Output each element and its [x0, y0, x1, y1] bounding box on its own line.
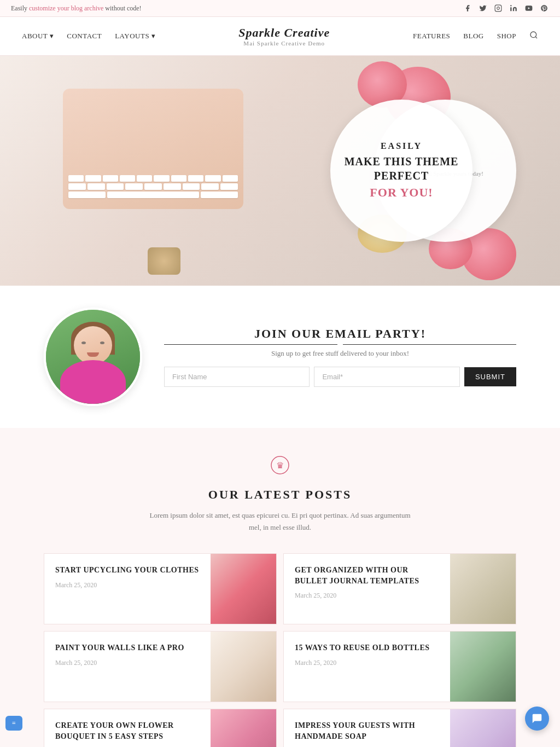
facebook-icon[interactable]	[463, 3, 472, 13]
hero-coffee-cup	[148, 247, 180, 275]
post-title: CREATE YOUR OWN FLOWER BOUQUET IN 5 EASY…	[55, 720, 200, 742]
svg-text:♛: ♛	[276, 461, 284, 470]
post-image	[450, 554, 516, 624]
bottom-pill-icon: ≡	[12, 719, 16, 727]
post-text: START UPCYCLING YOUR CLOTHES March 25, 2…	[44, 554, 211, 624]
nav-features[interactable]: FEATURES	[413, 32, 450, 40]
post-image	[450, 709, 516, 747]
post-text: IMPRESS YOUR GUESTS WITH HANDMADE SOAP M…	[284, 709, 450, 747]
submit-button[interactable]: Submit	[464, 367, 516, 386]
post-date: March 25, 2020	[295, 592, 439, 600]
section-icon: ♛	[44, 455, 516, 479]
hero-keyboard-area	[63, 89, 243, 209]
avatar	[44, 308, 142, 406]
nav-blog[interactable]: BLOG	[463, 32, 483, 40]
hero-line2: MAKE THIS THEME	[345, 154, 459, 169]
post-title: 15 WAYS TO REUSE OLD BOTTLES	[295, 642, 439, 653]
post-text: PAINT YOUR WALLS LIKE A PRO March 25, 20…	[44, 632, 211, 702]
email-heading: JOIN OUR EMAIL PARTY!	[164, 327, 516, 341]
latest-posts-section: ♛ OUR LATEST POSTS Lorem ipsum dolor sit…	[0, 428, 560, 747]
top-bar: Easily customize your blog archive witho…	[0, 0, 560, 17]
avatar-body	[60, 360, 126, 404]
nav-right: FEATURES BLOG SHOP	[413, 31, 538, 42]
post-text: 15 WAYS TO REUSE OLD BOTTLES March 25, 2…	[284, 632, 450, 702]
table-row[interactable]: PAINT YOUR WALLS LIKE A PRO March 25, 20…	[44, 631, 277, 702]
instagram-icon[interactable]	[493, 3, 503, 13]
post-text: GET ORGANIZED WITH OUR BULLET JOURNAL TE…	[284, 554, 450, 624]
post-image	[211, 709, 276, 747]
email-section: JOIN OUR EMAIL PARTY! Sign up to get fre…	[0, 286, 560, 428]
social-icons	[463, 3, 549, 13]
nav-left: ABOUT ▾ CONTACT LAYOUTS ▾	[22, 32, 155, 40]
promo-text: Easily customize your blog archive witho…	[11, 4, 142, 13]
hero-section: EASILY MAKE THIS THEME PERFECT FOR YOU! …	[0, 56, 560, 286]
post-date: March 25, 2020	[295, 659, 439, 667]
post-title: IMPRESS YOUR GUESTS WITH HANDMADE SOAP	[295, 720, 439, 742]
svg-rect-0	[495, 5, 501, 11]
post-date: March 25, 2020	[55, 659, 200, 667]
section-desc: Lorem ipsum dolor sit amet, est quas epi…	[143, 509, 417, 534]
post-title: GET ORGANIZED WITH OUR BULLET JOURNAL TE…	[295, 565, 439, 586]
site-title: Sparkle Creative	[238, 26, 330, 40]
pinterest-icon[interactable]	[539, 3, 549, 13]
svg-point-2	[510, 5, 511, 6]
nav-center: Sparkle Creative Mai Sparkle Creative De…	[238, 26, 330, 47]
bottom-pill[interactable]: ≡	[5, 716, 22, 731]
svg-point-4	[530, 32, 536, 38]
table-row[interactable]: 15 WAYS TO REUSE OLD BOTTLES March 25, 2…	[283, 631, 516, 702]
linkedin-icon[interactable]	[509, 3, 518, 13]
post-title: START UPCYCLING YOUR CLOTHES	[55, 565, 200, 576]
email-subtext: Sign up to get free stuff delivered to y…	[164, 349, 516, 358]
nav-layouts[interactable]: LAYOUTS ▾	[115, 32, 155, 40]
twitter-icon[interactable]	[478, 3, 488, 13]
email-divider	[164, 344, 516, 345]
hero-line1: EASILY	[381, 141, 422, 152]
avatar-head	[74, 326, 112, 364]
table-row[interactable]: IMPRESS YOUR GUESTS WITH HANDMADE SOAP M…	[283, 709, 516, 747]
posts-grid: START UPCYCLING YOUR CLOTHES March 25, 2…	[44, 553, 516, 747]
nav-shop[interactable]: SHOP	[497, 32, 516, 40]
nav-about[interactable]: ABOUT ▾	[22, 32, 54, 40]
firstname-input[interactable]	[164, 367, 310, 387]
table-row[interactable]: START UPCYCLING YOUR CLOTHES March 25, 2…	[44, 553, 277, 624]
nav-contact[interactable]: CONTACT	[67, 32, 102, 40]
section-title: OUR LATEST POSTS	[44, 488, 516, 502]
hero-line4: FOR YOU!	[370, 185, 433, 201]
hero-line3: PERFECT	[374, 169, 429, 183]
post-title: PAINT YOUR WALLS LIKE A PRO	[55, 642, 200, 653]
youtube-icon[interactable]	[524, 3, 534, 13]
chat-button[interactable]	[525, 707, 549, 731]
post-date: March 25, 2020	[55, 581, 200, 589]
email-form-area: JOIN OUR EMAIL PARTY! Sign up to get fre…	[164, 327, 516, 387]
post-image	[450, 632, 516, 702]
hero-circle: EASILY MAKE THIS THEME PERFECT FOR YOU! …	[374, 100, 516, 242]
post-text: CREATE YOUR OWN FLOWER BOUQUET IN 5 EASY…	[44, 709, 211, 747]
site-subtitle: Mai Sparkle Creative Demo	[238, 40, 330, 47]
site-header: ABOUT ▾ CONTACT LAYOUTS ▾ Sparkle Creati…	[0, 17, 560, 56]
table-row[interactable]: GET ORGANIZED WITH OUR BULLET JOURNAL TE…	[283, 553, 516, 624]
promo-link[interactable]: customize your blog archive	[29, 4, 103, 12]
svg-line-5	[535, 37, 537, 38]
email-form: Submit	[164, 367, 516, 387]
table-row[interactable]: CREATE YOUR OWN FLOWER BOUQUET IN 5 EASY…	[44, 709, 277, 747]
search-button[interactable]	[529, 31, 538, 42]
email-input[interactable]	[314, 367, 459, 387]
post-image	[211, 632, 276, 702]
post-image	[211, 554, 276, 624]
